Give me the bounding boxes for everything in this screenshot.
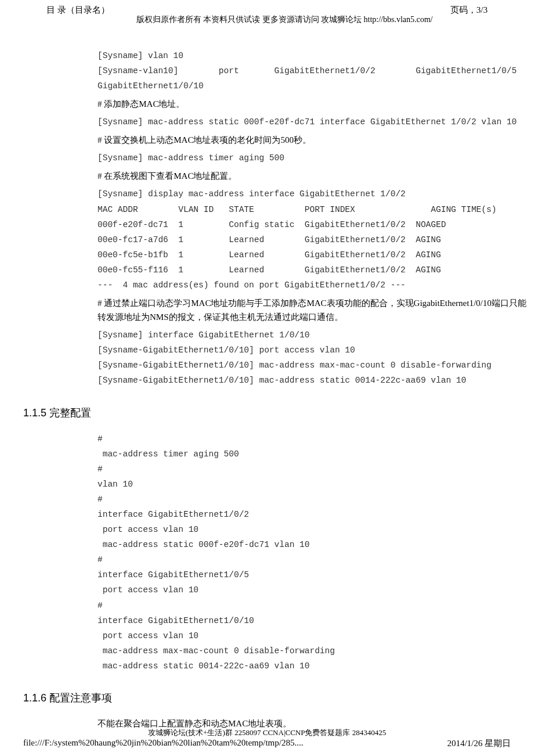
- footer-group-info: 攻城狮论坛(技术+生活)群 2258097 CCNA|CCNP免费答疑题库 28…: [23, 728, 511, 738]
- main-content: [Sysname] vlan 10 [Sysname-vlan10] port …: [98, 48, 527, 388]
- section-heading-115: 1.1.5 完整配置: [23, 406, 511, 420]
- header-copyright: 版权归原作者所有 本资料只供试读 更多资源请访问 攻城狮论坛 http://bb…: [58, 15, 511, 25]
- section-115-content: # mac-address timer aging 500 # vlan 10 …: [98, 431, 527, 674]
- header-toc-label: 目 录（目录名）: [46, 5, 110, 16]
- code-block-interface: [Sysname] interface GigabitEthernet 1/0/…: [98, 327, 527, 388]
- step-view-config: # 在系统视图下查看MAC地址配置。: [98, 169, 527, 183]
- code-block-mac-static: [Sysname] mac-address static 000f-e20f-d…: [98, 114, 527, 129]
- section-heading-116: 1.1.6 配置注意事项: [23, 691, 511, 705]
- page-container: 目 录（目录名） 页码，3/3 版权归原作者所有 本资料只供试读 更多资源请访问…: [0, 0, 534, 754]
- code-block-aging: [Sysname] mac-address timer aging 500: [98, 150, 527, 165]
- header-page-number: 页码，3/3: [450, 5, 488, 16]
- step-set-aging: # 设置交换机上动态MAC地址表项的老化时间为500秒。: [98, 133, 527, 147]
- page-footer: 攻城狮论坛(技术+生活)群 2258097 CCNA|CCNP免费答疑题库 28…: [23, 728, 511, 749]
- code-block-vlan: [Sysname] vlan 10 [Sysname-vlan10] port …: [98, 48, 527, 93]
- footer-file-path: file:///F:/system%20haung%20jin%20bian%2…: [23, 738, 303, 749]
- code-block-full-config: # mac-address timer aging 500 # vlan 10 …: [98, 431, 527, 674]
- footer-date: 2014/1/26 星期日: [447, 738, 511, 749]
- step-add-static-mac: # 添加静态MAC地址。: [98, 97, 527, 111]
- step-disable-learning: # 通过禁止端口动态学习MAC地址功能与手工添加静态MAC表项功能的配合，实现G…: [98, 296, 527, 324]
- code-block-display: [Sysname] display mac-address interface …: [98, 186, 527, 293]
